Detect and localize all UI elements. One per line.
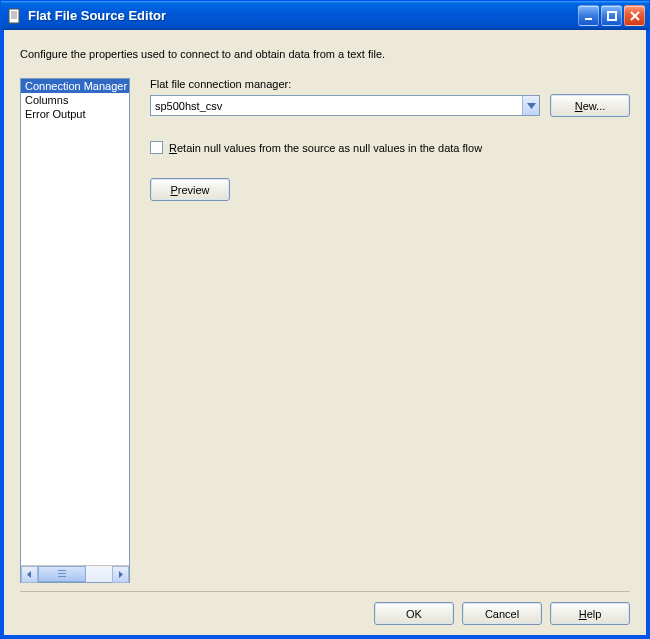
page-item-columns[interactable]: Columns [21,93,129,107]
ok-button[interactable]: OK [374,602,454,625]
scroll-left-button[interactable] [21,566,38,583]
page-item-connection-manager[interactable]: Connection Manager [21,79,129,93]
svg-rect-1 [585,18,592,20]
scroll-thumb[interactable] [38,566,86,582]
footer-buttons: OK Cancel Help Help [20,602,630,625]
content-area: Configure the properties used to connect… [1,30,649,638]
connection-manager-value: sp500hst_csv [151,100,522,112]
retain-null-row[interactable]: Retain null values from the source as nu… [150,141,630,154]
maximize-button[interactable] [601,5,622,26]
help-button[interactable]: Help [550,602,630,625]
cancel-button[interactable]: Cancel [462,602,542,625]
body-row: Connection Manager Columns Error Output [20,78,630,583]
new-connection-button[interactable]: New... [550,94,630,117]
connection-manager-dropdown[interactable]: sp500hst_csv [150,95,540,116]
retain-null-label: Retain null values from the source as nu… [169,142,482,154]
chevron-down-icon [522,96,539,115]
preview-button[interactable]: Preview [150,178,230,201]
page-list: Connection Manager Columns Error Output [20,78,130,583]
window-buttons [578,5,645,26]
description-text: Configure the properties used to connect… [20,48,630,60]
retain-null-checkbox[interactable] [150,141,163,154]
flat-file-source-editor-window: Flat File Source Editor Configure the pr… [0,0,650,639]
page-list-hscroll [21,565,129,582]
page-item-error-output[interactable]: Error Output [21,107,129,121]
page-list-items: Connection Manager Columns Error Output [21,79,129,565]
window-title: Flat File Source Editor [28,8,578,23]
svg-rect-2 [608,12,616,20]
scroll-right-button[interactable] [112,566,129,583]
connection-manager-label: Flat file connection manager: [150,78,630,90]
connection-manager-row: sp500hst_csv New... [150,94,630,117]
main-pane: Flat file connection manager: sp500hst_c… [150,78,630,583]
new-button-label-rest: ew... [583,100,606,112]
app-icon [7,8,23,24]
scroll-track[interactable] [38,566,112,582]
footer-separator [20,591,630,592]
titlebar: Flat File Source Editor [1,1,649,30]
minimize-button[interactable] [578,5,599,26]
close-button[interactable] [624,5,645,26]
preview-row: Preview Preview [150,178,630,201]
